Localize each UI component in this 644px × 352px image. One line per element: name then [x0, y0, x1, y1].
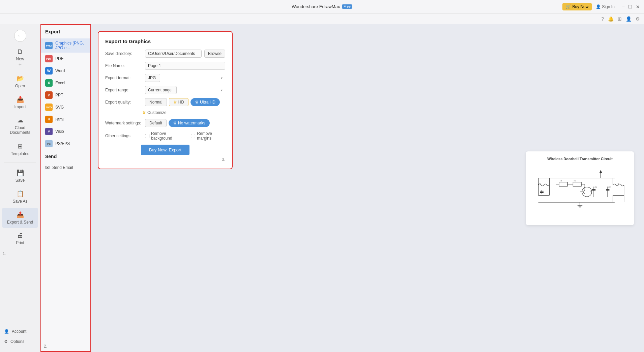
- grid-icon[interactable]: ⊞: [618, 16, 622, 22]
- svg-text:L2: L2: [617, 182, 619, 184]
- restore-button[interactable]: ❐: [628, 4, 633, 9]
- export-item-email[interactable]: ✉ Send Email: [41, 162, 90, 173]
- customize-crown-icon: ♛: [142, 110, 146, 115]
- app-badge: Free: [342, 4, 352, 9]
- options-item[interactable]: ⚙ Options: [0, 336, 40, 347]
- buy-now-button[interactable]: 🛒 Buy Now: [562, 3, 592, 10]
- title-bar-center: Wondershare EdrawMax Free: [292, 4, 352, 9]
- remove-background-checkbox[interactable]: [145, 134, 149, 138]
- svg-text:Q1: Q1: [590, 189, 592, 191]
- export-format-wrapper: JPG PNG BMP SVG: [145, 74, 225, 82]
- export-item-svg[interactable]: SVG SVG: [41, 101, 90, 113]
- user-icon: 👤: [596, 4, 601, 9]
- file-name-input[interactable]: [145, 62, 225, 70]
- minimize-button[interactable]: −: [622, 4, 625, 9]
- ultrahd-crown-icon: ♛: [195, 100, 199, 105]
- sidebar-item-save[interactable]: 💾 Save: [2, 166, 38, 186]
- export-item-word[interactable]: W Word: [41, 65, 90, 77]
- other-settings-row: Other settings: Remove background Remove…: [105, 131, 225, 141]
- watermark-row: Watermark settings: Default ♛ No waterma…: [105, 119, 225, 127]
- sidebar-item-open[interactable]: 📂 Open: [2, 71, 38, 92]
- pdf-icon: PDF: [45, 55, 53, 62]
- export-item-ps[interactable]: PS PS/EPS: [41, 138, 90, 150]
- settings-icon[interactable]: ⚙: [636, 16, 640, 22]
- quality-hd-button[interactable]: ♛ HD: [169, 98, 188, 106]
- send-section-title: Send: [41, 150, 90, 162]
- export-format-row: Export format: JPG PNG BMP SVG: [105, 74, 225, 82]
- person-icon[interactable]: 👤: [626, 16, 632, 22]
- sidebar-item-new[interactable]: 🗋 New +: [2, 45, 38, 71]
- help-icon[interactable]: ?: [601, 16, 604, 22]
- export-quality-label: Export quality:: [105, 100, 142, 105]
- account-item[interactable]: 👤 Account: [0, 326, 40, 336]
- options-icon: ⚙: [4, 339, 8, 344]
- save-icon: 💾: [17, 169, 24, 177]
- export-item-html[interactable]: H Html: [41, 113, 90, 125]
- email-icon: ✉: [45, 164, 50, 171]
- title-bar-right: 🛒 Buy Now 👤 Sign In − ❐ ✕: [562, 3, 640, 10]
- watermark-label: Watermark settings:: [105, 121, 142, 125]
- file-name-row: File Name:: [105, 62, 225, 70]
- graphics-icon: PNG: [45, 42, 53, 49]
- toolbar-icons-row: ? 🔔 ⊞ 👤 ⚙: [0, 13, 644, 24]
- export-item-excel[interactable]: X Excel: [41, 77, 90, 89]
- circuit-title: Wireless Doorbell Transmitter Circuit: [531, 157, 628, 161]
- bell-icon[interactable]: 🔔: [608, 16, 614, 22]
- svg-text:R1: R1: [560, 180, 562, 182]
- circuit-diagram: R1 R2 Q1 C1 C2 L2 L1: [531, 165, 628, 219]
- remove-margins-checkbox[interactable]: [191, 134, 195, 138]
- back-button[interactable]: ←: [14, 30, 26, 42]
- remove-margins-item[interactable]: Remove margins: [191, 131, 225, 141]
- sidebar-item-export[interactable]: 📤 Export & Send: [2, 208, 38, 228]
- save-directory-input[interactable]: [145, 50, 202, 58]
- watermark-group: Default ♛ No watermarks: [145, 119, 210, 127]
- close-button[interactable]: ✕: [636, 4, 640, 9]
- ps-icon: PS: [45, 140, 53, 147]
- watermark-crown-icon: ♛: [173, 121, 177, 125]
- export-item-pdf[interactable]: PDF PDF: [41, 53, 90, 65]
- sign-in-button[interactable]: 👤 Sign In: [596, 4, 614, 9]
- export-item-ppt[interactable]: P PPT: [41, 89, 90, 101]
- save-directory-label: Save directory:: [105, 51, 142, 56]
- cart-icon: 🛒: [566, 4, 571, 9]
- quality-ultrahd-button[interactable]: ♛ Ultra HD: [191, 98, 220, 106]
- html-icon: H: [45, 116, 53, 123]
- svg-point-20: [582, 187, 592, 197]
- app-title: Wondershare EdrawMax: [292, 4, 340, 9]
- svg-text:C2: C2: [608, 186, 611, 188]
- preview-card: Wireless Doorbell Transmitter Circuit: [526, 151, 634, 225]
- dialog-title: Export to Graphics: [105, 38, 225, 44]
- remove-background-item[interactable]: Remove background: [145, 131, 185, 141]
- sidebar-item-import[interactable]: 📥 Import: [2, 92, 38, 113]
- svg-icon: SVG: [45, 104, 53, 111]
- hd-crown-icon: ♛: [173, 100, 177, 105]
- export-dialog-area: Export to Graphics Save directory: Brows…: [91, 24, 516, 352]
- print-icon: 🖨: [17, 232, 23, 239]
- customize-button[interactable]: ♛ Customize: [142, 110, 167, 115]
- quality-group: Normal ♛ HD ♛ Ultra HD: [145, 98, 220, 106]
- quality-normal-button[interactable]: Normal: [145, 98, 167, 106]
- sidebar-item-cloud[interactable]: ☁ Cloud Documents: [2, 113, 38, 139]
- export-dialog: Export to Graphics Save directory: Brows…: [98, 31, 233, 169]
- buy-export-button[interactable]: Buy Now, Export: [141, 145, 189, 155]
- plus-icon: +: [19, 61, 22, 67]
- export-format-label: Export format:: [105, 76, 142, 80]
- preview-background: Wireless Doorbell Transmitter Circuit: [516, 24, 644, 352]
- export-item-graphics[interactable]: PNG Graphics (PNG, JPG e...: [41, 38, 90, 53]
- sidebar-item-print[interactable]: 🖨 Print: [2, 229, 38, 248]
- preview-area: Wireless Doorbell Transmitter Circuit: [516, 24, 644, 352]
- export-icon: 📤: [17, 211, 24, 218]
- open-icon: 📂: [17, 75, 24, 82]
- watermark-default-button[interactable]: Default: [145, 119, 167, 127]
- export-format-select[interactable]: JPG PNG BMP SVG: [145, 74, 160, 82]
- svg-text:C1: C1: [594, 186, 597, 188]
- import-icon: 📥: [17, 96, 24, 103]
- browse-button[interactable]: Browse: [204, 50, 225, 58]
- sidebar-item-saveas[interactable]: 📋 Save As: [2, 187, 38, 207]
- no-watermark-button[interactable]: ♛ No watermarks: [169, 119, 210, 127]
- customize-row: ♛ Customize: [105, 110, 225, 115]
- export-range-select[interactable]: Current page All pages Custom range: [145, 86, 177, 94]
- sidebar-item-templates[interactable]: ⊞ Templates: [2, 139, 38, 159]
- export-item-visio[interactable]: V Visio: [41, 125, 90, 138]
- file-name-label: File Name:: [105, 63, 142, 68]
